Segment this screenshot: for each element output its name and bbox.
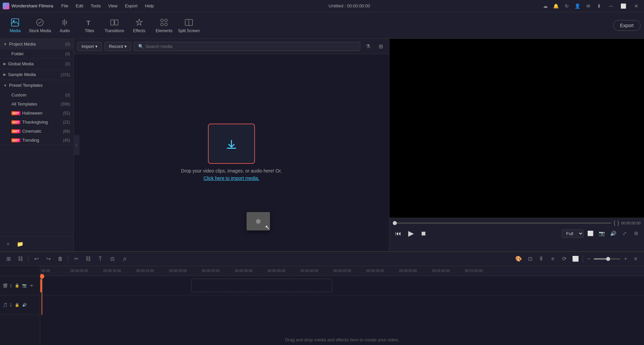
toolbar-split-screen[interactable]: Split Screen	[177, 14, 201, 37]
record-track-button[interactable]: 🎙	[536, 254, 546, 264]
import-button[interactable]: Import ▾	[77, 42, 102, 51]
ruler-tick-13: 00:01:05:00	[465, 269, 483, 273]
fullscreen-icon[interactable]: ⤢	[620, 229, 629, 238]
menu-file[interactable]: File	[58, 2, 72, 9]
menu-help[interactable]: Help	[142, 2, 157, 9]
toolbar-titles[interactable]: T Titles	[78, 14, 101, 37]
zoom-minus-button[interactable]: −	[585, 255, 592, 263]
scrubber-bar[interactable]	[393, 222, 611, 224]
unlink-button[interactable]: ⛓	[83, 254, 93, 264]
menu-edit[interactable]: Edit	[72, 2, 87, 9]
toolbar-effects[interactable]: Effects	[127, 14, 151, 37]
skip-back-button[interactable]: ⏮	[393, 228, 404, 239]
sidebar-item-sample-media[interactable]: ▶ Sample Media (101)	[0, 69, 73, 80]
toolbar-media-label: Media	[10, 28, 21, 33]
zoom-select[interactable]: Full50%25%Fit	[562, 229, 584, 238]
zoom-slider[interactable]	[594, 258, 621, 260]
crop-button[interactable]: ⊡	[525, 254, 535, 264]
sync-icon[interactable]: ↻	[563, 2, 571, 10]
bracket-out[interactable]: }	[618, 220, 619, 226]
toolbar-media[interactable]: Media	[3, 14, 27, 37]
mute-button[interactable]: 🔊	[21, 302, 28, 308]
audio-track-type-icon: 🎵	[3, 303, 8, 307]
cloud-icon[interactable]: ☁	[541, 2, 549, 10]
settings-icon[interactable]: ⚙	[631, 229, 641, 238]
snapshot-icon[interactable]: 📷	[597, 229, 606, 238]
bracket-in[interactable]: {	[613, 220, 615, 226]
timeline-toolbar: ⊞ ⛓ ↩ ↪ 🗑 ✂ ⛓ T ⚖ ♬ 🎨 ⊡ 🎙 ≡ ⟳ ⬜ − ＋	[0, 252, 644, 266]
toolbar-elements[interactable]: Elements	[152, 14, 176, 37]
record-button[interactable]: Record ▾	[105, 42, 131, 51]
sidebar-halloween-count: (52)	[63, 111, 70, 116]
delete-button[interactable]: 🗑	[55, 254, 65, 264]
sidebar-item-all-templates[interactable]: All Templates (399)	[8, 99, 73, 109]
playhead-handle[interactable]	[40, 276, 42, 295]
play-pause-button[interactable]: ▶	[406, 228, 416, 239]
sidebar-item-global-media[interactable]: ▶ Global Media (0)	[0, 59, 73, 69]
toolbar-transitions[interactable]: Transitions	[103, 14, 126, 37]
lock-audio-button[interactable]: 🔒	[14, 302, 20, 308]
folder-button[interactable]: 📁	[15, 239, 25, 249]
svg-point-7	[165, 19, 167, 22]
svg-rect-13	[227, 148, 236, 149]
redo-button[interactable]: ↪	[43, 254, 53, 264]
zoom-handle[interactable]	[606, 257, 610, 261]
lock-track-button[interactable]: 🔒	[14, 283, 20, 289]
stop-button[interactable]: ⏹	[418, 228, 429, 239]
download-icon[interactable]: ⬇	[595, 2, 603, 10]
clip-type-button[interactable]: ⬜	[571, 254, 581, 264]
collapse-sidebar-button[interactable]: ‹	[73, 135, 79, 155]
sidebar-item-trending[interactable]: HOT Trending (45)	[8, 136, 73, 145]
notification-icon[interactable]: 🔔	[552, 2, 560, 10]
audio-track	[40, 295, 644, 315]
filter-button[interactable]: ⚗	[363, 42, 373, 52]
sidebar-section-sample-media: ▶ Sample Media (101)	[0, 69, 73, 80]
toolbar-stock-media[interactable]: Stock Media	[28, 14, 52, 37]
sidebar-item-folder[interactable]: Folder (0)	[8, 49, 73, 58]
color-button[interactable]: 🎨	[514, 254, 524, 264]
sidebar-item-preset-templates[interactable]: ▼ Preset Templates	[0, 80, 73, 90]
adjust-button[interactable]: ⚖	[107, 254, 117, 264]
dragged-media-thumbnail[interactable]	[247, 212, 270, 230]
timeline-settings-button[interactable]: ≡	[631, 254, 641, 264]
chain-button[interactable]: ⛓	[15, 254, 25, 264]
text-button[interactable]: T	[95, 254, 105, 264]
sidebar-item-project-media[interactable]: ▼ Project Media (0)	[0, 39, 73, 49]
export-button[interactable]: Export	[613, 20, 641, 31]
import-box[interactable]	[208, 124, 255, 164]
close-button[interactable]: ✕	[631, 2, 641, 10]
app-logo	[3, 3, 9, 9]
eye-button[interactable]: 👁	[29, 283, 35, 289]
sidebar-item-halloween[interactable]: HOT Halloween (52)	[8, 109, 73, 118]
view-toggle-button[interactable]: ⊞	[376, 42, 386, 52]
preview-screen-icon[interactable]: ⬜	[586, 229, 595, 238]
add-media-button[interactable]: ＋	[3, 239, 13, 249]
minimize-button[interactable]: ─	[606, 2, 616, 10]
ruler-tick-12: 00:01:00:00	[432, 269, 450, 273]
add-track-button[interactable]: ⊞	[3, 254, 13, 264]
menu-export[interactable]: Export	[121, 2, 141, 9]
sidebar-custom-count: (0)	[65, 93, 70, 97]
audio-mix-button[interactable]: ♬	[119, 254, 129, 264]
user-icon[interactable]: 👤	[574, 2, 582, 10]
sidebar-item-cinematic[interactable]: HOT Cinematic (66)	[8, 127, 73, 136]
zoom-plus-button[interactable]: ＋	[622, 255, 629, 263]
audio-sep-button[interactable]: ≡	[548, 254, 558, 264]
maximize-button[interactable]: ⬜	[619, 2, 629, 10]
search-input[interactable]	[146, 44, 356, 49]
import-link[interactable]: Click here to import media.	[204, 176, 260, 181]
camera-button[interactable]: 📷	[21, 283, 28, 289]
scrubber-thumb[interactable]	[393, 221, 397, 225]
menu-view[interactable]: View	[105, 2, 121, 9]
toolbar-audio[interactable]: Audio	[53, 14, 76, 37]
toolbar-effects-label: Effects	[133, 28, 145, 33]
motion-button[interactable]: ⟳	[559, 254, 569, 264]
cut-button[interactable]: ✂	[71, 254, 81, 264]
volume-icon[interactable]: 🔊	[608, 229, 618, 238]
sidebar-item-custom[interactable]: Custom (0)	[8, 90, 73, 99]
menu-tools[interactable]: Tools	[87, 2, 104, 9]
sidebar-item-thanksgiving[interactable]: HOT Thanksgiving (22)	[8, 118, 73, 127]
mail-icon[interactable]: ✉	[584, 2, 592, 10]
sidebar-global-media-label: Global Media	[8, 61, 65, 66]
undo-button[interactable]: ↩	[31, 254, 41, 264]
